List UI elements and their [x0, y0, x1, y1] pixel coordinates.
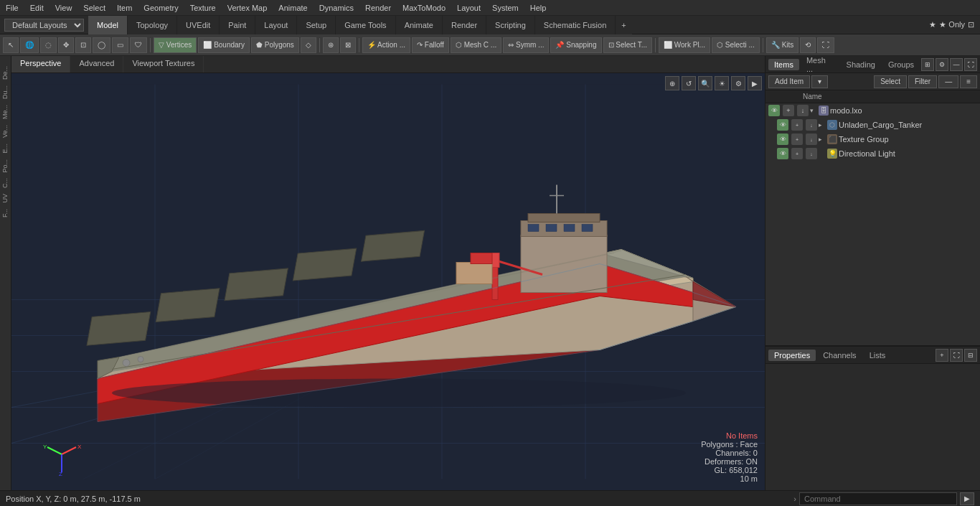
- boundary-button[interactable]: ⬜ Boundary: [198, 37, 250, 53]
- eye-texgroup3[interactable]: ↓: [806, 133, 817, 145]
- vp-btn-light[interactable]: ☀: [715, 76, 729, 90]
- more-button[interactable]: ≡: [960, 75, 977, 88]
- vert-label-me[interactable]: Me...: [0, 102, 11, 122]
- vertices-button[interactable]: ▽ ▽ VerticesVertices: [154, 37, 197, 53]
- tab-gametools[interactable]: Game Tools: [336, 16, 396, 34]
- menu-animate[interactable]: Animate: [273, 2, 313, 14]
- vert-label-de[interactable]: De...: [0, 63, 11, 83]
- tab-channels[interactable]: Channels: [817, 350, 862, 361]
- vp-tab-perspective[interactable]: Perspective: [11, 56, 70, 72]
- tree-item-light[interactable]: 👁 + ↓ 💡 Directional Light: [765, 146, 980, 161]
- tree-item-mesh[interactable]: 👁 + ↓ ▸ ⬡ Unladen_Cargo_Tanker: [765, 118, 980, 132]
- menu-render[interactable]: Render: [359, 2, 397, 14]
- props-expand-icon[interactable]: ⛶: [950, 349, 963, 362]
- expand-mesh[interactable]: ▸: [819, 121, 826, 128]
- tab-setup[interactable]: Setup: [297, 16, 336, 34]
- menu-geometry[interactable]: Geometry: [138, 2, 184, 14]
- vert-label-f[interactable]: F...: [0, 206, 11, 220]
- vert-label-ve[interactable]: Ve...: [0, 122, 11, 141]
- eye-texgroup2[interactable]: +: [791, 133, 803, 145]
- vert-label-po[interactable]: Po...: [0, 156, 11, 176]
- collapse-icon[interactable]: —: [950, 58, 963, 71]
- eye-root3[interactable]: ↓: [797, 105, 809, 116]
- menu-select[interactable]: Select: [77, 2, 111, 14]
- vp-btn-zoom[interactable]: 🔍: [698, 76, 712, 90]
- work-plane-button[interactable]: ⬜ Work Pl...: [659, 37, 710, 53]
- tool-select-arrow[interactable]: ↖: [3, 37, 19, 53]
- tab-scripting[interactable]: Scripting: [486, 16, 535, 34]
- symm-button[interactable]: ⇔ Symm ...: [503, 37, 549, 53]
- tool-circle[interactable]: ◯: [93, 37, 110, 53]
- action-button[interactable]: ⚡ Action ...: [362, 37, 410, 53]
- eye-light2[interactable]: +: [791, 148, 803, 159]
- menu-file[interactable]: File: [0, 2, 24, 14]
- vp-tab-textures[interactable]: Viewport Textures: [123, 56, 204, 72]
- mesh-button[interactable]: ⬡ Mesh C ...: [451, 37, 501, 53]
- menu-view[interactable]: View: [50, 2, 78, 14]
- select-tool-button[interactable]: ⊡ Select T...: [603, 37, 653, 53]
- eye-mesh2[interactable]: +: [791, 119, 803, 131]
- vp-btn-move[interactable]: ⊕: [665, 76, 679, 90]
- props-add-icon[interactable]: +: [936, 349, 948, 362]
- tab-paint[interactable]: Paint: [220, 16, 255, 34]
- viewport[interactable]: ⊕ ↺ 🔍 ☀ ⚙ ▶ X Y Z No Items: [11, 73, 765, 490]
- filter-button[interactable]: Filter: [908, 75, 937, 88]
- expand-root[interactable]: ▾: [810, 107, 817, 114]
- menu-help[interactable]: Help: [524, 2, 552, 14]
- tab-animate[interactable]: Animate: [396, 16, 443, 34]
- menu-edit[interactable]: Edit: [24, 2, 50, 14]
- maximize-icon[interactable]: ⊡: [968, 20, 974, 29]
- tab-lists[interactable]: Lists: [864, 350, 892, 361]
- tool-lasso[interactable]: ◌: [40, 37, 57, 53]
- tab-items[interactable]: Items: [768, 59, 799, 70]
- expand-texgroup[interactable]: ▸: [819, 136, 826, 143]
- tab-layout[interactable]: Layout: [255, 16, 297, 34]
- eye-root[interactable]: 👁: [768, 105, 780, 116]
- menu-dynamics[interactable]: Dynamics: [314, 2, 359, 14]
- tab-topology[interactable]: Topology: [128, 16, 177, 34]
- eye-root2[interactable]: +: [783, 105, 794, 116]
- vert-label-du[interactable]: Du...: [0, 83, 11, 102]
- eye-texgroup[interactable]: 👁: [777, 133, 788, 145]
- menu-maxtomodo[interactable]: MaxToModo: [397, 2, 451, 14]
- kits-button[interactable]: 🔧 Kits: [766, 37, 798, 53]
- selection-button[interactable]: ⬡ Selecti ...: [712, 37, 760, 53]
- eye-mesh[interactable]: 👁: [777, 119, 788, 131]
- layout-selector[interactable]: Default Layouts: [4, 19, 84, 32]
- select-button[interactable]: Select: [874, 75, 907, 88]
- tab-uvedit[interactable]: UVEdit: [177, 16, 220, 34]
- expand-icon[interactable]: ⊞: [921, 58, 934, 71]
- tab-groups[interactable]: Groups: [882, 59, 920, 70]
- props-collapse-icon[interactable]: ⊟: [964, 349, 977, 362]
- vert-label-e[interactable]: E...: [0, 141, 11, 156]
- view-maximize-btn[interactable]: ⛶: [817, 37, 834, 53]
- tool-transform[interactable]: ✥: [58, 37, 74, 53]
- settings-icon[interactable]: ⚙: [936, 58, 948, 71]
- tool-box-select[interactable]: ⊡: [75, 37, 91, 53]
- menu-texture[interactable]: Texture: [184, 2, 222, 14]
- tab-shading[interactable]: Shading: [841, 59, 881, 70]
- tool-rect[interactable]: ▭: [112, 37, 128, 53]
- vp-btn-play[interactable]: ▶: [748, 76, 762, 90]
- tool-diamond[interactable]: ◇: [301, 37, 316, 53]
- vert-label-uv[interactable]: UV: [0, 191, 11, 206]
- eye-mesh3[interactable]: ↓: [806, 119, 817, 131]
- eye-light3[interactable]: ↓: [806, 148, 817, 159]
- tab-mesh[interactable]: Mesh ...: [801, 55, 839, 75]
- polygons-button[interactable]: ⬟ Polygons: [251, 37, 299, 53]
- menu-vertexmap[interactable]: Vertex Map: [222, 2, 273, 14]
- add-item-button[interactable]: Add Item: [768, 75, 810, 88]
- falloff-button[interactable]: ↷ Falloff: [412, 37, 449, 53]
- snapping-button[interactable]: 📌 Snapping: [550, 37, 601, 53]
- menu-layout[interactable]: Layout: [451, 2, 486, 14]
- tree-item-texgroup[interactable]: 👁 + ↓ ▸ ⬛ Texture Group: [765, 132, 980, 146]
- add-item-dropdown[interactable]: ▾: [811, 75, 828, 88]
- view-reset-btn[interactable]: ⟲: [800, 37, 816, 53]
- vp-btn-settings[interactable]: ⚙: [731, 76, 745, 90]
- cmd-execute-button[interactable]: ▶: [960, 492, 974, 505]
- vert-label-c[interactable]: C...: [0, 175, 11, 191]
- tool-cross[interactable]: ⊠: [340, 37, 356, 53]
- tree-item-root[interactable]: 👁 + ↓ ▾ 🗄 modo.lxo: [765, 103, 980, 118]
- menu-item[interactable]: Item: [111, 2, 138, 14]
- vp-tab-advanced[interactable]: Advanced: [70, 56, 123, 72]
